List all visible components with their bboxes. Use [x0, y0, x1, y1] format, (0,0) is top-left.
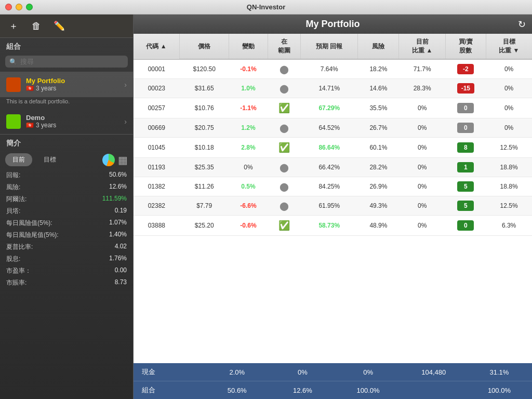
cell-in-range: ⬤: [268, 177, 300, 196]
cell-in-range: ⬤: [268, 158, 300, 177]
cell-price: $25.35: [180, 158, 229, 177]
cell-risk: 26.7%: [358, 118, 399, 138]
cell-in-range: ⬤: [268, 196, 300, 216]
intro-tabs: 目前 目標 ▦: [0, 150, 133, 169]
portfolio-info: Demo 🇭🇰 3 years: [26, 114, 119, 129]
cell-trade: 1: [445, 158, 486, 177]
table-row: 01382 $11.26 0.5% ⬤ 84.25% 26.9% 0% 5 18…: [134, 177, 532, 196]
app-title: QN-Investor: [247, 3, 285, 11]
cell-trade: 5: [445, 196, 486, 216]
cell-current-weight: 28.3%: [399, 79, 446, 98]
titlebar: QN-Investor: [0, 0, 532, 15]
cell-target-weight: 6.3%: [486, 216, 532, 236]
search-input[interactable]: [20, 58, 124, 65]
portfolio-header: My Portfolio ↻: [134, 15, 532, 34]
cell-code: 01193: [134, 158, 180, 177]
portfolio-duration: 🇭🇰 3 years: [26, 122, 119, 129]
portfolio-title: My Portfolio: [306, 19, 360, 30]
table-row: 00669 $20.75 1.2% ⬤ 64.52% 26.7% 0% 0 0%: [134, 118, 532, 138]
stat-label: 回報:: [6, 171, 20, 180]
edit-portfolio-button[interactable]: ✏️: [52, 19, 66, 33]
portfolio-item-my-portfolio[interactable]: My Portfolio 🇭🇰 3 years ›: [0, 72, 133, 97]
table-row: 03888 $25.20 -0.6% ✅ 58.73% 48.9% 0% 0 6…: [134, 216, 532, 236]
cell-risk: 35.5%: [358, 98, 399, 118]
cell-target-weight: 12.5%: [486, 138, 532, 158]
stat-label: 夏普比率:: [6, 243, 33, 251]
cell-trade: -15: [445, 79, 486, 98]
grid-view-icon[interactable]: ▦: [118, 154, 128, 166]
cell-price: $25.20: [180, 216, 229, 236]
footer-cash-current: 0%: [336, 368, 401, 376]
portfolio-table[interactable]: 代碼 ▲ 價格 變動 在範圍 預期 回報 風險 目前比重 ▲ 買/賣股數 目標比…: [134, 34, 532, 363]
cell-in-range: ✅: [268, 216, 300, 236]
stats-table: 回報: 50.6% 風險: 12.6% 阿爾法: 111.59% 貝塔: 0.1…: [0, 169, 133, 289]
portfolio-item-demo[interactable]: Demo 🇭🇰 3 years ›: [0, 109, 133, 134]
portfolio-name: Demo: [26, 114, 119, 122]
cell-price: $120.50: [180, 59, 229, 79]
cell-change: -6.6%: [229, 196, 268, 216]
cell-exp-return: 64.52%: [301, 118, 358, 138]
footer-label-cash: 現金: [134, 367, 204, 377]
tab-current[interactable]: 目前: [5, 153, 32, 166]
cell-current-weight: 0%: [399, 216, 446, 236]
sidebar: ＋ 🗑 ✏️ 組合 🔍 My Portfolio 🇭🇰 3 years › Th…: [0, 15, 134, 399]
cell-current-weight: 0%: [399, 177, 446, 196]
cell-change: 0%: [229, 158, 268, 177]
maximize-button[interactable]: [26, 4, 33, 10]
footer-cash-risk: 0%: [270, 368, 335, 376]
window-controls: [5, 4, 33, 10]
close-button[interactable]: [5, 4, 12, 10]
footer-label-portfolio: 組合: [134, 385, 204, 395]
portfolio-color-indicator: [6, 114, 21, 129]
col-price: 價格: [180, 34, 229, 59]
cell-target-weight: 0%: [486, 59, 532, 79]
stat-value: 0.19: [115, 207, 127, 216]
stat-row-dividend: 股息: 1.76%: [2, 253, 131, 265]
cell-code: 02382: [134, 196, 180, 216]
tab-target[interactable]: 目標: [36, 153, 63, 166]
stat-row-cvar: 每日風險尾值(5%): 1.40%: [2, 229, 131, 241]
cell-change: 1.2%: [229, 118, 268, 138]
portfolio-name: My Portfolio: [26, 77, 119, 85]
footer-cash-exp-return: 2.0%: [204, 368, 270, 376]
cell-trade: 0: [445, 118, 486, 138]
cell-price: $11.26: [180, 177, 229, 196]
cell-target-weight: 12.5%: [486, 196, 532, 216]
cell-current-weight: 0%: [399, 158, 446, 177]
cell-code: 00669: [134, 118, 180, 138]
stat-label: 風險:: [6, 183, 20, 192]
cell-trade: -2: [445, 59, 486, 79]
col-code: 代碼 ▲: [134, 34, 180, 59]
portfolio-default-description: This is a default portfolio.: [0, 97, 133, 109]
minimize-button[interactable]: [16, 4, 22, 10]
cell-in-range: ✅: [268, 98, 300, 118]
cell-current-weight: 0%: [399, 196, 446, 216]
table-header-row: 代碼 ▲ 價格 變動 在範圍 預期 回報 風險 目前比重 ▲ 買/賣股數 目標比…: [134, 34, 532, 59]
table-row: 02382 $7.79 -6.6% ⬤ 61.95% 49.3% 0% 5 12…: [134, 196, 532, 216]
stat-value: 1.07%: [109, 219, 127, 228]
cell-change: -0.6%: [229, 216, 268, 236]
portfolio-duration: 🇭🇰 3 years: [26, 85, 119, 92]
stat-label: 股息:: [6, 255, 20, 263]
cell-risk: 60.1%: [358, 138, 399, 158]
refresh-button[interactable]: ↻: [518, 19, 526, 30]
cell-price: $10.76: [180, 98, 229, 118]
table-row: 00001 $120.50 -0.1% ⬤ 7.64% 18.2% 71.7% …: [134, 59, 532, 79]
stat-value: 1.40%: [109, 231, 127, 240]
add-portfolio-button[interactable]: ＋: [6, 19, 21, 33]
delete-portfolio-button[interactable]: 🗑: [29, 19, 44, 33]
stat-label: 市盈率：: [6, 267, 31, 275]
pie-chart-icon[interactable]: [102, 154, 115, 166]
stat-value: 8.73: [115, 278, 127, 287]
cell-current-weight: 0%: [399, 138, 446, 158]
cell-code: 00257: [134, 98, 180, 118]
cell-target-weight: 0%: [486, 118, 532, 138]
flag-icon: 🇭🇰: [26, 122, 34, 129]
cell-change: -0.1%: [229, 59, 268, 79]
cell-price: $20.75: [180, 118, 229, 138]
stat-row-risk: 風險: 12.6%: [2, 181, 131, 193]
search-bar[interactable]: 🔍: [5, 56, 128, 68]
stat-label: 每日風險尾值(5%):: [6, 231, 59, 240]
col-target-weight: 目標比重 ▼: [486, 34, 532, 59]
stat-label: 每日風險值(5%):: [6, 219, 52, 228]
